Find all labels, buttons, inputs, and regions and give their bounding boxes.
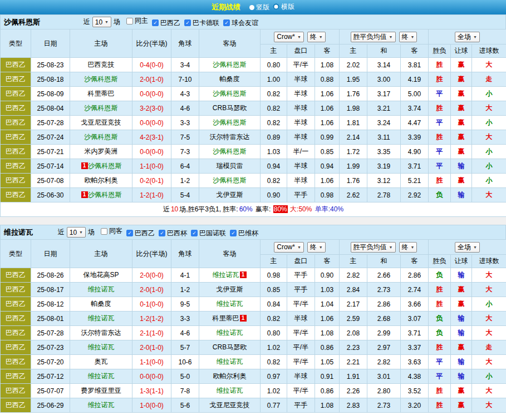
odds-controls: Crow*▼ 终▼ (261, 240, 340, 255)
red-card-badge: 1 (81, 191, 88, 198)
matches-table-chapecoense: 类型 日期 主场 比分(半场) 角球 客场 Crow*▼ 终▼ 胜平负均值▼ 终… (0, 29, 506, 217)
match-row: 巴西乙25-07-21米内罗美洲0-0(0-0)7-3沙佩科恩斯1.03半/一0… (1, 145, 506, 159)
layout-radio[interactable]: 横版 (273, 2, 294, 12)
radio-icon[interactable] (249, 5, 254, 10)
away-team-cell: 帕桑度 (199, 72, 261, 87)
recent-count-select[interactable]: 10▼ (67, 227, 86, 238)
odds-home-cell: 0.84 (261, 297, 287, 312)
odds-home-cell: 1.02 (261, 340, 287, 355)
chevron-down-icon: ▼ (297, 35, 301, 39)
chevron-down-icon: ▼ (319, 35, 323, 39)
result-cell: 胜 (429, 130, 451, 145)
filter-checkbox[interactable]: ✓巴西乙 (152, 18, 180, 28)
match-row: 巴西乙25-08-01维拉诺瓦1-2(1-2)3-3科里蒂巴10.82半球1.0… (1, 312, 506, 326)
league-cell: 巴西乙 (1, 130, 31, 145)
odds-home-cell: 0.94 (261, 159, 287, 174)
away-team-cell: 沙佩科恩斯 (199, 116, 261, 130)
avg-state-select[interactable]: 终▼ (399, 242, 417, 253)
avg-type-select[interactable]: 胜平负均值▼ (351, 32, 396, 42)
checkbox-icon[interactable]: ✓ (152, 19, 159, 26)
handicap-result-cell: 赢 (451, 283, 472, 297)
col-header-date: 日期 (31, 240, 70, 268)
team-name: 巴西竞技 (88, 61, 115, 68)
layout-radio[interactable]: 竖版 (249, 3, 269, 12)
match-row: 巴西乙25-06-29维拉诺瓦1-0(0-0)5-6戈亚尼亚竞技0.77平手1.… (1, 398, 506, 413)
col-header-type: 类型 (1, 29, 31, 58)
summary-segment: 场,胜6平3负1, 胜率: (179, 205, 238, 213)
filter-checkbox[interactable]: 同主 (126, 16, 148, 26)
odds-handicap-cell: 平/半 (287, 58, 315, 72)
score-cell: 1-3(1-1) (132, 384, 171, 398)
checkbox-icon[interactable]: ✓ (191, 230, 198, 236)
col-header-corners: 角球 (171, 240, 199, 268)
sub-header-result: 胜负 (429, 255, 451, 268)
goals-result-cell: 大 (472, 312, 506, 326)
goals-result-cell: 小 (472, 87, 506, 101)
date-cell: 25-06-30 (31, 188, 70, 202)
home-team-cell: 维拉诺瓦 (70, 369, 132, 384)
odds-home-cell: 0.98 (261, 268, 287, 283)
checkbox-icon[interactable]: ✓ (159, 230, 165, 236)
checkbox-icon[interactable] (101, 228, 107, 235)
scope-controls: 全场▼ (429, 29, 506, 45)
handicap-result-cell: 输 (451, 369, 472, 384)
filter-checkbox[interactable]: ✓巴国诺联 (191, 229, 226, 238)
date-cell: 25-07-08 (31, 174, 70, 188)
radio-icon[interactable] (273, 3, 279, 10)
odds-company-select[interactable]: Crow*▼ (274, 242, 304, 253)
checkbox-icon[interactable] (126, 18, 133, 24)
select-value: 胜平负均值 (353, 243, 387, 252)
scope-select[interactable]: 全场▼ (455, 32, 480, 42)
odds-home-cell: 0.90 (261, 188, 287, 202)
checkbox-icon[interactable]: ✓ (230, 230, 237, 236)
handicap-result-cell: 输 (451, 326, 472, 340)
matches-body: 巴西乙25-08-23巴西竞技0-4(0-0)3-4沙佩科恩斯0.80平/半1.… (1, 58, 506, 217)
handicap-result-cell: 赢 (451, 297, 472, 312)
match-row: 巴西乙25-06-301沙佩科恩斯1-2(1-0)5-4戈伊亚斯0.90平手0.… (1, 188, 506, 202)
date-cell: 25-07-21 (31, 145, 70, 159)
result-cell: 负 (429, 188, 451, 202)
date-cell: 25-08-17 (31, 283, 70, 297)
odds-company-select[interactable]: Crow*▼ (274, 32, 304, 42)
avg-home-cell: 2.14 (340, 130, 367, 145)
odds-home-cell: 0.85 (261, 283, 287, 297)
home-team-cell: 维拉诺瓦 (70, 283, 132, 297)
date-cell: 25-07-20 (31, 355, 70, 369)
filter-checkbox[interactable]: ✓巴西乙 (126, 229, 155, 238)
checkbox-icon[interactable]: ✓ (126, 230, 133, 236)
checkbox-icon[interactable]: ✓ (184, 19, 191, 26)
recent-count-select[interactable]: 10▼ (92, 17, 111, 27)
handicap-result-cell: 赢 (451, 116, 472, 130)
odds-state-select[interactable]: 终▼ (307, 32, 326, 42)
avg-type-select[interactable]: 胜平负均值▼ (351, 242, 396, 253)
odds-state-select[interactable]: 终▼ (307, 242, 326, 253)
away-team-cell: 瑞模贝雷 (199, 159, 261, 174)
checkbox-icon[interactable]: ✓ (223, 19, 230, 26)
filter-checkbox[interactable]: 同客 (101, 226, 122, 236)
filter-checkbox[interactable]: ✓巴维杯 (230, 229, 258, 238)
avg-state-select[interactable]: 终▼ (399, 32, 417, 42)
home-team-cell: 保地花高SP (70, 268, 132, 283)
league-cell: 巴西乙 (1, 297, 31, 312)
odds-handicap-cell: 半球 (287, 159, 315, 174)
team-name: 维拉诺瓦 (217, 358, 243, 365)
team-name: 戈亚尼亚竞技 (210, 401, 250, 409)
chevron-down-icon: ▼ (411, 35, 415, 39)
select-value: 10 (95, 18, 102, 26)
scope-select[interactable]: 全场▼ (455, 242, 480, 253)
avg-away-cell: 3.20 (401, 398, 429, 413)
col-header-away: 客场 (199, 29, 261, 58)
team-name: 帕桑度 (220, 75, 240, 83)
score-cell: 2-0(1-0) (132, 340, 171, 355)
sub-header-avg-away: 客 (401, 255, 429, 268)
goals-result-cell: 走 (472, 340, 506, 355)
handicap-result-cell: 输 (451, 188, 472, 202)
team-name: 沙佩科恩斯 (213, 90, 247, 97)
filter-checkbox[interactable]: ✓巴卡德联 (184, 18, 219, 28)
result-cell: 胜 (429, 72, 451, 87)
corners-cell: 3-3 (171, 116, 199, 130)
avg-away-cell: 3.07 (401, 312, 429, 326)
filter-checkbox[interactable]: ✓球会友谊 (223, 18, 258, 28)
filter-checkbox[interactable]: ✓巴西杯 (159, 229, 187, 238)
filter-checkbox-group: 同主✓巴西乙✓巴卡德联✓球会友谊 (122, 16, 258, 28)
